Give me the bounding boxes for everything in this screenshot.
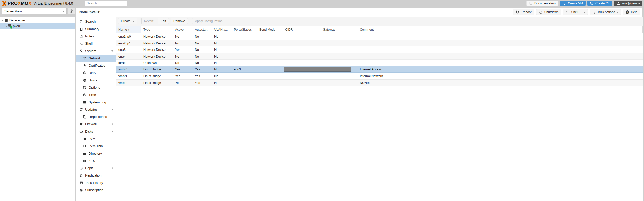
- sidebar-item-firewall[interactable]: Firewall: [76, 120, 116, 128]
- toolbar-separator: [190, 19, 190, 23]
- column-header-autostart[interactable]: Autostart: [193, 26, 212, 33]
- collapse-caret-icon[interactable]: [111, 50, 113, 52]
- sidebar-item-shell[interactable]: Shell: [76, 40, 116, 47]
- remove-button[interactable]: Remove: [171, 18, 188, 24]
- tree-item-datacenter[interactable]: Datacenter: [0, 17, 75, 23]
- sidebar-item-task-history[interactable]: Task History: [76, 179, 116, 186]
- book-icon: [529, 1, 533, 5]
- sidebar-item-options[interactable]: Options: [76, 84, 116, 91]
- book-icon: [79, 27, 83, 31]
- create-ct-button[interactable]: Create CT: [587, 1, 612, 6]
- column-label: CIDR: [285, 28, 293, 31]
- table-row-vmbr0[interactable]: vmbr0Linux BridgeYesYesNoeno3Internet Ac…: [116, 66, 643, 73]
- cell-vlan-a: No: [212, 73, 232, 79]
- collapse-caret-icon[interactable]: [111, 109, 113, 110]
- tree-item-label: Datacenter: [9, 18, 25, 22]
- cell-type: Unknown: [141, 60, 173, 66]
- sidebar-item-lvm-thin[interactable]: LVM-Thin: [76, 142, 116, 150]
- table-row-vmbr2[interactable]: vmbr2Linux BridgeYesYesNoNONet: [116, 79, 643, 86]
- cell-vlan-a: No: [212, 33, 232, 40]
- sidebar-item-updates[interactable]: Updates: [76, 106, 116, 113]
- bulk-actions-button[interactable]: Bulk Actions: [590, 9, 621, 15]
- collapse-caret-icon[interactable]: [111, 131, 113, 132]
- sidebar-item-hosts[interactable]: Hosts: [76, 77, 116, 84]
- column-header-bond-mode[interactable]: Bond Mode: [257, 26, 283, 33]
- cell-vlan-a: No: [212, 40, 232, 47]
- table-row-idrac[interactable]: idracUnknownNoNoNo: [116, 60, 643, 66]
- table-row-eno4[interactable]: eno4Network DeviceNoNoNo: [116, 53, 643, 60]
- sidebar-item-replication[interactable]: Replication: [76, 172, 116, 179]
- chevron-right-icon[interactable]: [5, 25, 7, 27]
- column-header-active[interactable]: Active: [173, 26, 193, 33]
- sidebar-item-label: Firewall: [85, 122, 97, 126]
- certificate-icon: [83, 64, 87, 68]
- cell-vlan-a: No: [212, 53, 232, 60]
- sidebar-item-network[interactable]: Network: [76, 55, 116, 62]
- expand-caret-icon[interactable]: [112, 167, 113, 169]
- sidebar-item-dns[interactable]: DNS: [76, 69, 116, 77]
- node-icon: ✓: [8, 24, 12, 28]
- create-vm-button[interactable]: Create VM: [560, 1, 586, 6]
- sidebar-item-certificates[interactable]: Certificates: [76, 62, 116, 69]
- expand-caret-icon[interactable]: [112, 123, 113, 125]
- cell-name: eno1np0: [116, 33, 141, 40]
- user-menu-button[interactable]: root@pam: [614, 1, 642, 6]
- column-header-ports-slaves[interactable]: Ports/Slaves: [232, 26, 257, 33]
- column-header-gateway[interactable]: Gateway: [321, 26, 358, 33]
- sidebar-item-repositories[interactable]: Repositories: [76, 113, 116, 120]
- sidebar-item-subscription[interactable]: Subscription: [76, 186, 116, 194]
- table-row-eno2np1[interactable]: eno2np1Network DeviceNoNoNo: [116, 40, 643, 46]
- sidebar-item-label: Updates: [85, 108, 97, 111]
- edit-button[interactable]: Edit: [158, 18, 169, 24]
- column-header-comment[interactable]: Comment: [358, 26, 643, 33]
- tree-settings-button[interactable]: [68, 8, 75, 14]
- documentation-button[interactable]: Documentation: [526, 1, 558, 6]
- sidebar-item-disks[interactable]: Disks: [76, 128, 116, 135]
- global-search-input[interactable]: [85, 1, 127, 6]
- shutdown-button[interactable]: Shutdown: [536, 9, 561, 15]
- help-button[interactable]: ?Help: [623, 9, 640, 15]
- proxmox-x-logo-icon: [2, 1, 7, 6]
- sidebar-item-ceph[interactable]: Ceph: [76, 164, 116, 172]
- version-text: Virtual Environment 8.4.0: [34, 1, 73, 5]
- button-label: Shutdown: [544, 10, 559, 14]
- view-selector-dropdown[interactable]: Server View: [2, 8, 67, 14]
- tree-item-pve01[interactable]: ✓pve01: [0, 23, 75, 29]
- network-icon: [83, 56, 87, 60]
- sidebar-item-summary[interactable]: Summary: [76, 25, 116, 33]
- table-row-eno3[interactable]: eno3Network DeviceYesNoNo: [116, 46, 643, 53]
- cell-comment: Internal Network: [358, 73, 643, 79]
- chevron-down-icon[interactable]: [583, 11, 585, 13]
- shell-button[interactable]: Shell: [563, 9, 588, 15]
- create-button[interactable]: Create: [118, 18, 137, 24]
- cell-name: eno3: [116, 46, 141, 53]
- table-row-vmbr1[interactable]: vmbr1Linux BridgeYesYesNoInternal Networ…: [116, 73, 643, 79]
- column-label: Comment: [360, 28, 374, 31]
- sidebar-item-zfs[interactable]: ZFS: [76, 157, 116, 164]
- sidebar-item-search[interactable]: Search: [76, 18, 116, 25]
- sidebar-item-label: Ceph: [85, 166, 93, 170]
- hdd-icon: [79, 130, 83, 134]
- tree-item-label: pve01: [13, 24, 22, 28]
- datacenter-icon: [4, 18, 8, 22]
- sidebar-item-notes[interactable]: Notes: [76, 33, 116, 40]
- sidebar-item-directory[interactable]: Directory: [76, 150, 116, 157]
- column-header-type[interactable]: Type: [141, 26, 173, 33]
- sidebar-item-system-log[interactable]: System Log: [76, 98, 116, 106]
- table-row-eno1np0[interactable]: eno1np0Network DeviceNoNoNo: [116, 33, 643, 40]
- chevron-down-icon[interactable]: [1, 19, 3, 21]
- cell-active: Yes: [173, 46, 193, 53]
- column-header-name[interactable]: Name↑: [116, 26, 141, 33]
- column-header-vlan-a[interactable]: VLAN a...: [212, 26, 232, 33]
- chevron-down-icon[interactable]: [616, 11, 618, 13]
- column-label: Bond Mode: [259, 28, 275, 31]
- reboot-button[interactable]: Reboot: [513, 9, 534, 15]
- button-label: Help: [631, 10, 637, 14]
- column-header-cidr[interactable]: CIDR: [283, 26, 321, 33]
- chevron-down-icon: [638, 2, 640, 4]
- sidebar-item-time[interactable]: Time: [76, 91, 116, 98]
- sidebar-item-lvm[interactable]: LVM: [76, 135, 116, 142]
- chevron-down-icon: [63, 10, 65, 12]
- chevron-down-icon[interactable]: [132, 20, 134, 22]
- sidebar-item-system[interactable]: System: [76, 47, 116, 55]
